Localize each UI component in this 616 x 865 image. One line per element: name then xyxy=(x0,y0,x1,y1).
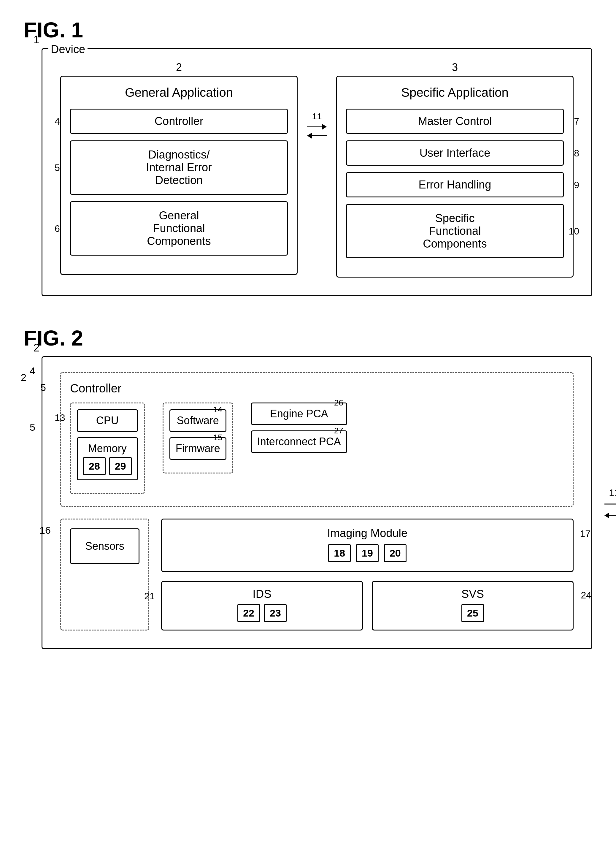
diagnostics-label: Diagnostics/Internal ErrorDetection xyxy=(146,148,212,186)
ref-16: 16 xyxy=(39,525,51,536)
ref-13: 13 xyxy=(55,412,65,423)
master-control-label: Master Control xyxy=(418,115,492,127)
fig2-wrapper: 2 4 5 2 5 Controller 13 CPU xyxy=(24,356,592,649)
cpu-label: CPU xyxy=(96,414,119,426)
ref-5-label: 5 xyxy=(30,421,35,433)
spec-func-label: SpecificFunctionalComponents xyxy=(423,212,487,250)
spec-func-box: 10 SpecificFunctionalComponents xyxy=(346,204,564,258)
error-handling-box: 9 Error Handling xyxy=(346,172,564,197)
ids-svs-row: 24 21 IDS 22 23 SVS 25 xyxy=(161,581,574,631)
spec-app-label: Specific Application xyxy=(346,85,564,100)
interconnect-pca-label: Interconnect PCA xyxy=(257,436,341,448)
ref-7: 7 xyxy=(574,116,579,127)
master-control-box: 7 Master Control xyxy=(346,109,564,134)
ref-2-outer: 2 xyxy=(33,342,39,354)
mem-28: 28 xyxy=(83,457,105,475)
fig2-section: FIG. 2 2 4 5 2 5 Controller 13 CPU xyxy=(24,326,592,649)
fig1-label: FIG. 1 xyxy=(24,18,592,42)
ref-3: 3 xyxy=(452,61,458,74)
gen-app-label: General Application xyxy=(70,85,288,100)
arrow-head-l xyxy=(604,512,609,518)
fig2-label: FIG. 2 xyxy=(24,326,592,350)
error-handling-label: Error Handling xyxy=(419,178,491,191)
ref-2-label: 2 xyxy=(21,362,27,392)
ref-6: 6 xyxy=(55,223,60,234)
ids-23: 23 xyxy=(264,604,287,622)
svs-label: SVS xyxy=(379,588,567,601)
arrow-head-left xyxy=(307,133,312,138)
ids-label: IDS xyxy=(168,588,356,601)
ref-17: 17 xyxy=(580,528,591,539)
fig2-lower: 16 Sensors 17 Imaging Module 18 xyxy=(60,519,574,631)
ids-22: 22 xyxy=(237,604,260,622)
imaging-box: 17 Imaging Module 18 19 20 xyxy=(161,519,574,572)
controller-label: Controller xyxy=(155,115,204,127)
controller-box: 4 Controller xyxy=(70,109,288,134)
memory-box: Memory 28 29 xyxy=(77,437,138,480)
user-interface-box: 8 User Interface xyxy=(346,140,564,166)
arrow-line-r xyxy=(604,504,616,505)
sensors-box: Sensors xyxy=(70,528,140,564)
gen-func-label: GeneralFunctionalComponents xyxy=(147,209,211,247)
ref-4-label: 4 xyxy=(30,365,35,377)
arrow-line-left xyxy=(312,135,327,136)
fig2-arrow-left xyxy=(604,512,616,518)
ref-8: 8 xyxy=(574,148,579,159)
svs-items: 25 xyxy=(379,604,567,622)
engine-pca-box: 26 Engine PCA xyxy=(251,403,347,425)
imaging-items: 18 19 20 xyxy=(170,544,565,562)
memory-items: 28 29 xyxy=(83,457,132,475)
fig2-side-refs: 2 xyxy=(21,362,27,392)
controller-dashed-box: 5 Controller 13 CPU Memory 28 29 xyxy=(60,372,574,507)
sensors-dashed-box: Sensors xyxy=(60,519,149,631)
svs-25: 25 xyxy=(461,604,484,622)
software-inner-box: 14 Software xyxy=(170,409,226,432)
ref-10: 10 xyxy=(569,226,579,237)
software-label: Software xyxy=(177,414,219,426)
img-19: 19 xyxy=(356,544,379,562)
mem-29: 29 xyxy=(109,457,132,475)
engine-pca-label: Engine PCA xyxy=(270,407,328,420)
cpu-box: CPU xyxy=(77,409,138,432)
firmware-label: Firmware xyxy=(176,442,220,455)
ref-15: 15 xyxy=(213,433,223,442)
arrow-head-right xyxy=(322,124,327,130)
engine-area: 26 Engine PCA 27 Interconnect PCA xyxy=(251,403,347,458)
imaging-label: Imaging Module xyxy=(170,527,565,539)
diagnostics-box: 5 Diagnostics/Internal ErrorDetection xyxy=(70,140,288,195)
fig2-outer-box: 2 5 Controller 13 CPU Memory xyxy=(42,356,592,649)
arrow-right xyxy=(307,124,327,130)
device-label: Device xyxy=(49,43,88,56)
ref-2: 2 xyxy=(176,61,182,74)
ref-27: 27 xyxy=(334,426,343,436)
fig2-lower-right: 17 Imaging Module 18 19 20 24 21 xyxy=(161,519,574,631)
svs-box: SVS 25 xyxy=(372,581,574,631)
cpu-memory-box: 13 CPU Memory 28 29 xyxy=(70,403,145,494)
firmware-box: 15 Firmware xyxy=(170,437,226,460)
software-box: 14 Software 15 Firmware xyxy=(163,403,233,473)
user-interface-label: User Interface xyxy=(420,147,490,159)
arrow-left xyxy=(307,133,327,138)
ref-24: 24 xyxy=(581,590,591,601)
fig2-arrow-right xyxy=(604,501,616,507)
ref-14: 14 xyxy=(213,405,223,414)
ref-4: 4 xyxy=(55,116,60,127)
ids-items: 22 23 xyxy=(168,604,356,622)
ref-5: 5 xyxy=(55,162,60,173)
gen-app-box: 2 General Application 4 Controller 5 Dia… xyxy=(60,76,298,275)
arrow-ref-label: 11 xyxy=(312,111,322,121)
controller-label: Controller xyxy=(70,382,564,395)
arrow-line-l xyxy=(609,515,616,516)
arrow-line-right xyxy=(307,126,322,127)
ref-9: 9 xyxy=(574,179,579,190)
ref-1: 1 xyxy=(33,33,39,46)
ref-21: 21 xyxy=(144,591,155,602)
ref-5-outer: 5 xyxy=(40,382,46,393)
img-18: 18 xyxy=(328,544,351,562)
fig1-outer-box: Device 1 2 General Application 4 Control… xyxy=(42,48,592,296)
fig2-arrow-area: 11 xyxy=(604,487,616,518)
gen-func-box: 6 GeneralFunctionalComponents xyxy=(70,201,288,256)
ref-26: 26 xyxy=(334,398,343,407)
img-20: 20 xyxy=(384,544,407,562)
sensors-label: Sensors xyxy=(85,540,124,552)
